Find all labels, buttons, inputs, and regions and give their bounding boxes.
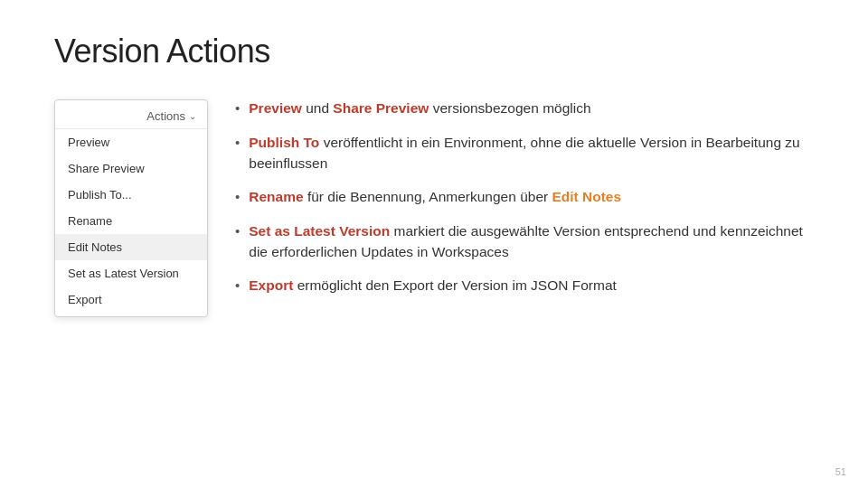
dropdown-item-edit-notes[interactable]: Edit Notes — [55, 234, 207, 260]
dropdown-items-container: PreviewShare PreviewPublish To...RenameE… — [55, 129, 207, 313]
bullet-item-preview-bullet: •Preview und Share Preview versionsbezog… — [235, 98, 814, 119]
page-number: 51 — [835, 466, 846, 477]
bullet-item-export-bullet: •Export ermöglicht den Export der Versio… — [235, 275, 814, 296]
dropdown-item-set-latest[interactable]: Set as Latest Version — [55, 260, 207, 286]
dropdown-item-export[interactable]: Export — [55, 286, 207, 313]
keyword2-preview-bullet: Share Preview — [333, 100, 429, 116]
bullet-item-publish-bullet: •Publish To veröffentlicht in ein Enviro… — [235, 132, 814, 174]
bullet-text: Preview und Share Preview versionsbezoge… — [249, 98, 814, 118]
keyword-preview-bullet: Preview — [249, 100, 302, 116]
keyword-setlatest-bullet: Set as Latest Version — [249, 223, 390, 239]
bullet-list: •Preview und Share Preview versionsbezog… — [235, 96, 814, 461]
dropdown-panel: Actions ⌄ PreviewShare PreviewPublish To… — [54, 99, 208, 317]
content-area: Actions ⌄ PreviewShare PreviewPublish To… — [54, 96, 814, 461]
dropdown-item-publish-to[interactable]: Publish To... — [55, 182, 207, 208]
keyword-export-bullet: Export — [249, 277, 293, 293]
dropdown-item-rename[interactable]: Rename — [55, 208, 207, 234]
keyword2-rename-bullet: Edit Notes — [552, 189, 621, 204]
bullet-item-setlatest-bullet: •Set as Latest Version markiert die ausg… — [235, 221, 814, 263]
dropdown-item-preview[interactable]: Preview — [55, 129, 207, 155]
bullet-item-rename-bullet: •Rename für die Benennung, Anmerkungen ü… — [235, 186, 814, 208]
chevron-down-icon: ⌄ — [189, 111, 196, 121]
bullet-dot: • — [235, 276, 240, 296]
bullet-text: Set as Latest Version markiert die ausge… — [249, 221, 814, 263]
bullet-dot: • — [235, 133, 240, 154]
page-title: Version Actions — [54, 33, 814, 70]
slide: Version Actions Actions ⌄ PreviewShare P… — [0, 0, 868, 488]
bullet-text: Publish To veröffentlicht in ein Environ… — [249, 132, 814, 174]
bullet-dot: • — [235, 221, 240, 242]
dropdown-header[interactable]: Actions ⌄ — [55, 104, 207, 129]
bullet-text: Export ermöglicht den Export der Version… — [249, 275, 814, 296]
dropdown-item-share-preview[interactable]: Share Preview — [55, 155, 207, 182]
bullet-text: Rename für die Benennung, Anmerkungen üb… — [249, 186, 814, 207]
bullet-dot: • — [235, 187, 240, 208]
bullet-dot: • — [235, 99, 240, 119]
keyword-rename-bullet: Rename — [249, 189, 303, 204]
dropdown-header-label: Actions — [146, 109, 185, 123]
keyword-publish-bullet: Publish To — [249, 135, 319, 150]
